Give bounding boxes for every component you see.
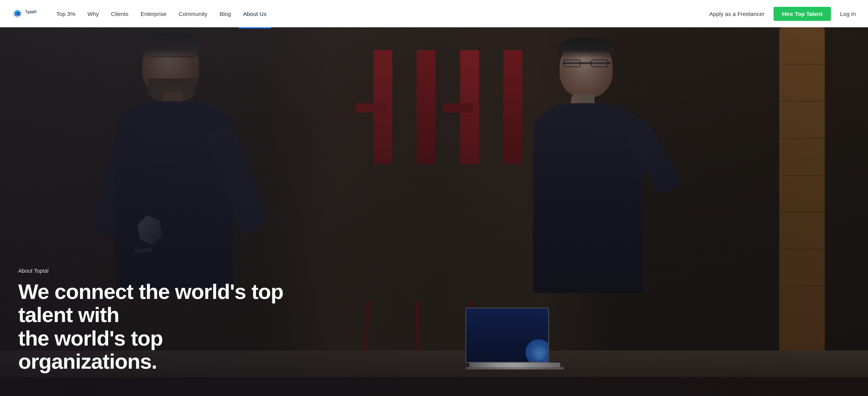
hero-title-line1: We connect the world's top talent with xyxy=(18,280,283,327)
nav-why[interactable]: Why xyxy=(83,8,104,19)
navbar: Toptal® Top 3% Why Clients Enterprise Co… xyxy=(0,0,868,27)
navbar-right: Apply as a Freelancer Hire Top Talent Lo… xyxy=(709,7,856,21)
nav-about[interactable]: About Us xyxy=(239,8,271,19)
hero-content: About Toptal We connect the world's top … xyxy=(18,268,284,373)
apply-freelancer-link[interactable]: Apply as a Freelancer xyxy=(709,11,764,17)
hero-section: ⟩Toptal. xyxy=(0,27,868,396)
nav-links: Top 3% Why Clients Enterprise Community … xyxy=(52,8,709,19)
logo-text: Toptal® xyxy=(25,9,37,19)
toptal-logo[interactable]: Toptal® xyxy=(12,8,37,19)
hire-talent-button[interactable]: Hire Top Talent xyxy=(774,7,831,21)
login-link[interactable]: Log In xyxy=(840,11,856,17)
toptal-logo-icon xyxy=(12,8,23,19)
nav-clients[interactable]: Clients xyxy=(107,8,133,19)
nav-blog[interactable]: Blog xyxy=(215,8,236,19)
hero-title-line2: the world's top organizations. xyxy=(18,326,163,374)
nav-community[interactable]: Community xyxy=(174,8,212,19)
nav-top3[interactable]: Top 3% xyxy=(52,8,80,19)
hero-title: We connect the world's top talent with t… xyxy=(18,280,284,373)
hero-label: About Toptal xyxy=(18,268,284,274)
nav-enterprise[interactable]: Enterprise xyxy=(136,8,171,19)
